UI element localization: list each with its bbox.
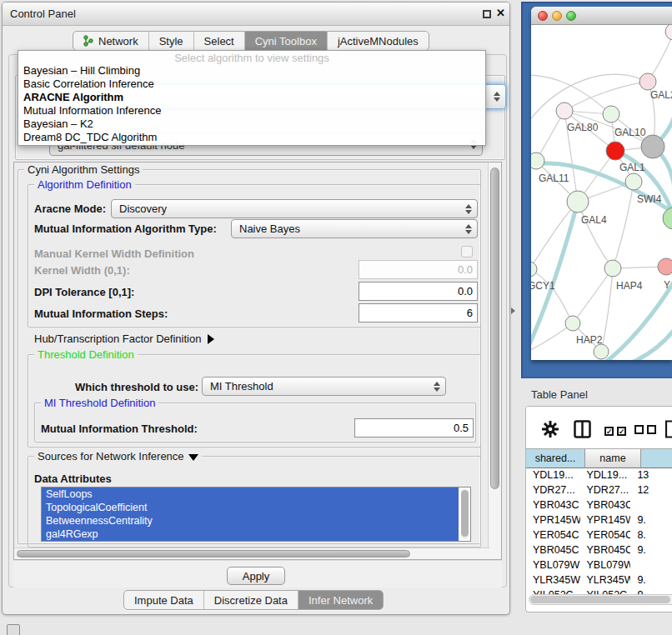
hub-definition-toggle[interactable]: Hub/Transcription Factor Definition xyxy=(34,332,214,345)
data-attribute-item[interactable]: SelfLoops xyxy=(42,488,459,501)
network-node-label: GAL1 xyxy=(619,162,645,173)
tab-cyni-toolbox[interactable]: Cyni Toolbox xyxy=(244,32,327,50)
manual-kernel-width-checkbox[interactable] xyxy=(461,246,473,258)
data-attributes-list[interactable]: SelfLoopsTopologicalCoefficientBetweenne… xyxy=(41,487,471,542)
combo-arrows-icon xyxy=(465,204,472,214)
network-edge xyxy=(531,74,648,125)
tab-impute-data[interactable]: Impute Data xyxy=(124,591,203,609)
tab-infer-network[interactable]: Infer Network xyxy=(298,591,383,609)
table-row[interactable]: YIL052CYIL052C9. xyxy=(526,588,672,594)
table-cell: 13 xyxy=(630,468,672,482)
close-traffic-light-icon[interactable] xyxy=(538,11,548,21)
settings-horizontal-scrollbar[interactable] xyxy=(14,548,489,559)
network-node[interactable] xyxy=(663,208,672,229)
scrollbar-thumb[interactable] xyxy=(17,550,410,558)
combo-arrows-icon xyxy=(494,92,500,102)
table-row[interactable]: YLR345WYLR345W9. xyxy=(526,572,672,588)
network-edge xyxy=(573,268,613,323)
network-node[interactable] xyxy=(565,316,580,331)
sources-title[interactable]: Sources for Network Inference xyxy=(34,450,202,462)
scrollbar-thumb[interactable] xyxy=(490,168,499,489)
cyni-settings-scrollpane: Cyni Algorithm Settings Algorithm Defini… xyxy=(13,162,502,560)
kernel-width-field[interactable]: 0.0 xyxy=(359,260,478,279)
table-row[interactable]: YBR045CYBR045C9. xyxy=(526,542,672,558)
collapsed-panel-icon[interactable] xyxy=(7,624,20,635)
column-header[interactable] xyxy=(641,449,672,468)
network-canvas[interactable]: GAL2GAL80GAL10GAL1GAL11SWI4GAL4GCY1HAP4Y… xyxy=(531,25,672,360)
mi-threshold-field[interactable]: 0.5 xyxy=(354,418,474,438)
network-node[interactable] xyxy=(531,152,544,169)
settings-vertical-scrollbar[interactable] xyxy=(488,162,501,559)
list-scrollbar[interactable] xyxy=(461,489,469,539)
float-window-icon[interactable] xyxy=(483,10,491,18)
network-node[interactable] xyxy=(556,102,573,119)
table-row[interactable]: YBL079WYBL079W xyxy=(526,558,672,572)
mi-threshold-title: MI Threshold Definition xyxy=(41,397,158,409)
manual-kernel-width-label: Manual Kernel Width Definition xyxy=(34,248,194,260)
network-node-label: GAL80 xyxy=(567,122,599,133)
tab-select[interactable]: Select xyxy=(193,32,244,50)
tab-network[interactable]: Network xyxy=(73,32,148,50)
network-node[interactable] xyxy=(604,260,621,277)
minimize-traffic-light-icon[interactable] xyxy=(552,11,562,21)
network-node[interactable] xyxy=(606,142,624,160)
network-icon xyxy=(83,35,94,47)
network-node[interactable] xyxy=(639,73,656,90)
table-cell: YER054C xyxy=(580,528,631,542)
table-row[interactable]: YDL19...YDL19...13 xyxy=(526,468,672,482)
data-attribute-item[interactable]: TopologicalCoefficient xyxy=(42,501,459,514)
column-header[interactable]: shared... xyxy=(526,449,585,468)
network-node[interactable] xyxy=(665,25,672,40)
dpi-tolerance-field[interactable]: 0.0 xyxy=(359,282,478,301)
mi-algorithm-type-combobox[interactable]: Naive Bayes xyxy=(231,219,478,238)
network-node[interactable] xyxy=(625,173,642,190)
algorithm-option[interactable]: ARACNE Algorithm xyxy=(18,91,485,104)
network-node[interactable] xyxy=(567,191,589,212)
algorithm-option[interactable]: Bayesian – K2 xyxy=(18,118,485,131)
algorithm-option[interactable]: Bayesian – Hill Climbing xyxy=(18,64,485,78)
table-cell: YDL19... xyxy=(526,468,580,482)
column-header[interactable]: name xyxy=(585,449,641,468)
aracne-mode-label: Aracne Mode: xyxy=(34,202,106,215)
network-window-titlebar[interactable] xyxy=(531,7,672,25)
document-icon[interactable] xyxy=(664,420,672,438)
network-node[interactable] xyxy=(531,262,537,277)
split-columns-icon[interactable] xyxy=(574,420,591,438)
gear-icon[interactable] xyxy=(541,420,559,438)
control-panel-tabbar: Network Style Select Cyni Toolbox jActiv… xyxy=(73,31,429,51)
network-node[interactable] xyxy=(641,135,664,158)
zoom-traffic-light-icon[interactable] xyxy=(566,11,576,21)
splitter-arrow-icon[interactable] xyxy=(511,308,515,314)
table-cell: YBL079W xyxy=(526,558,580,572)
network-node-label: Y xyxy=(664,279,670,291)
table-toolbar: ✓✓ xyxy=(526,407,672,448)
data-attribute-item[interactable]: gal4RGexp xyxy=(42,528,459,541)
algorithm-option[interactable]: Mutual Information Inference xyxy=(18,104,485,118)
tab-style[interactable]: Style xyxy=(148,32,193,50)
algorithm-definition-title: Algorithm Definition xyxy=(34,178,135,191)
unchecked-boxes-icon[interactable] xyxy=(634,422,659,438)
table-cell: YDR27... xyxy=(580,482,631,498)
algorithm-option[interactable]: Basic Correlation Inference xyxy=(18,78,485,91)
scrollbar-thumb[interactable] xyxy=(530,596,670,603)
table-horizontal-scrollbar[interactable] xyxy=(529,594,672,605)
table-row[interactable]: YPR145WYPR145W9. xyxy=(526,512,672,528)
apply-button[interactable]: Apply xyxy=(227,567,285,585)
checked-boxes-icon[interactable]: ✓✓ xyxy=(604,422,629,438)
mi-steps-field[interactable]: 6 xyxy=(359,303,478,322)
network-node[interactable] xyxy=(594,344,609,359)
tab-discretize-data[interactable]: Discretize Data xyxy=(203,591,298,609)
close-icon[interactable]: ✕ xyxy=(496,7,505,19)
collapse-arrow-icon xyxy=(188,454,198,461)
data-attribute-item[interactable]: BetweennessCentrality xyxy=(42,514,459,528)
network-edge xyxy=(601,268,613,352)
algorithm-option[interactable]: Dream8 DC_TDC Algorithm xyxy=(18,131,485,144)
table-row[interactable]: YDR27...YDR27...12 xyxy=(526,482,672,498)
table-row[interactable]: YER054CYER054C8. xyxy=(526,528,672,542)
which-threshold-combobox[interactable]: MI Threshold xyxy=(202,377,446,396)
network-node[interactable] xyxy=(658,258,672,275)
tab-jactivemnodules[interactable]: jActiveMNodules xyxy=(327,32,429,50)
aracne-mode-combobox[interactable]: Discovery xyxy=(111,199,478,218)
table-row[interactable]: YBR043CYBR043C xyxy=(526,498,672,512)
network-node[interactable] xyxy=(603,106,619,122)
